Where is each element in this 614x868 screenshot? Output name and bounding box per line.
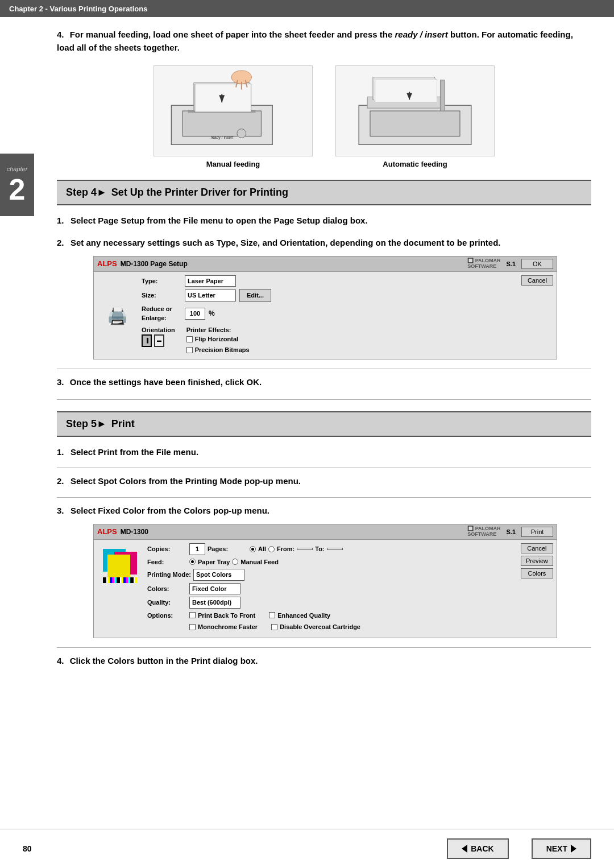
from-input[interactable]: [297, 548, 313, 550]
manual-feeding-caption: Manual feeding: [206, 160, 260, 168]
print-dialog-body: Copies: 1 Pages: All From: To:: [94, 540, 557, 638]
automatic-feeding-svg: [336, 66, 494, 156]
next-button[interactable]: NEXT: [532, 838, 591, 859]
flip-horizontal-checkbox[interactable]: [186, 336, 193, 342]
step4-label: Step 4►: [66, 187, 107, 199]
step4-item3: 3. Once the settings have been finished,…: [57, 376, 591, 389]
page-setup-dialog: ALPS MD-1300 Page Setup 🔲 PALOMARSOFTWAR…: [93, 256, 557, 359]
flip-horizontal-row: Flip Horizontal: [186, 334, 250, 344]
colors-field-label: Colors:: [147, 584, 187, 594]
svg-rect-18: [375, 80, 437, 102]
colors-select[interactable]: Fixed Color: [189, 583, 240, 595]
step5-list-item-2: Select Spot Colors from the Printing Mod…: [57, 475, 591, 488]
paper-tray-label: Paper Tray: [198, 557, 230, 567]
step5-list: Select Print from the File menu.: [57, 446, 591, 459]
step4-list: Select Page Setup from the File menu to …: [57, 214, 591, 359]
automatic-feeding-image-box: Automatic feeding: [335, 65, 495, 168]
print-dialog: ALPS MD-1300 🔲 PALOMARSOFTWARE S.1 Print: [93, 524, 557, 638]
orientation-icons: ▐ ▬: [142, 334, 175, 347]
copies-input[interactable]: 1: [189, 543, 205, 555]
print-back-checkbox[interactable]: [189, 612, 196, 618]
printer-icon: 🖨️: [107, 303, 128, 328]
dialog-version: S.1: [506, 259, 516, 269]
size-label: Size:: [142, 291, 181, 300]
manual-feeding-svg: ready / insert: [154, 66, 312, 156]
divider-4: [57, 497, 591, 498]
edit-button[interactable]: Edit...: [239, 289, 271, 302]
reduce-input[interactable]: 100: [185, 308, 205, 320]
portrait-icon[interactable]: ▐: [142, 334, 152, 347]
page-footer: 80 BACK NEXT: [0, 829, 614, 868]
type-select[interactable]: Laser Paper: [185, 275, 236, 287]
header-title: Chapter 2 - Various Printing Operations: [9, 5, 147, 13]
print-dialog-version: S.1: [506, 527, 516, 537]
print-cancel-button[interactable]: Cancel: [521, 543, 553, 553]
step4-item3-text: Once the settings have been finished, cl…: [70, 377, 262, 387]
preview-button[interactable]: Preview: [521, 556, 553, 566]
svg-rect-21: [440, 80, 445, 111]
print-dialog-name: MD-1300: [121, 527, 148, 537]
paper-tray-radio[interactable]: [189, 559, 196, 565]
from-label: From:: [277, 544, 294, 554]
main-content: 4. For manual feeding, load one sheet of…: [34, 17, 614, 700]
orientation-group: Orientation ▐ ▬: [142, 325, 175, 356]
printing-mode-row: Printing Mode: Spot Colors: [147, 569, 516, 581]
manual-feed-radio[interactable]: [232, 559, 238, 565]
instruction-number: 4.: [57, 30, 64, 39]
color-bar: [103, 577, 137, 583]
palomar-logo: 🔲 PALOMARSOFTWARE: [467, 258, 500, 270]
printer-effects-label: Printer Effects:: [186, 325, 250, 335]
step5-label: Step 5►: [66, 418, 107, 430]
divider-2: [57, 399, 591, 400]
step4-heading: Step 4► Set Up the Printer Driver for Pr…: [57, 180, 591, 205]
feed-row: Feed: Paper Tray Manual Feed: [147, 557, 516, 567]
print-alps-logo: ALPS: [97, 526, 117, 538]
step4-list-item-1: Select Page Setup from the File menu to …: [57, 214, 591, 228]
enhanced-quality-label: Enhanced Quality: [277, 611, 330, 621]
next-label: NEXT: [546, 844, 567, 853]
dialog-title-left: ALPS MD-1300 Page Setup: [97, 258, 188, 270]
monochrome-label: Monochrome Faster: [198, 622, 258, 632]
print-left-panel: [97, 543, 143, 634]
landscape-icon[interactable]: ▬: [154, 334, 164, 347]
copies-row: Copies: 1 Pages: All From: To:: [147, 543, 516, 555]
all-radio[interactable]: [250, 546, 256, 552]
precision-bitmaps-checkbox[interactable]: [186, 347, 193, 353]
colors-row: Colors: Fixed Color: [147, 583, 516, 595]
colors-button[interactable]: Colors: [521, 568, 553, 578]
print-dialog-title-left: ALPS MD-1300: [97, 526, 148, 538]
quality-label: Quality:: [147, 598, 187, 607]
disable-overcoat-checkbox[interactable]: [271, 624, 277, 630]
print-button[interactable]: Print: [521, 527, 553, 537]
step5-item4-number: 4.: [57, 656, 64, 666]
monochrome-checkbox[interactable]: [189, 624, 196, 630]
yellow-swatch: [107, 555, 130, 577]
dialog-titlebar: ALPS MD-1300 Page Setup 🔲 PALOMARSOFTWAR…: [94, 257, 557, 272]
printing-mode-select[interactable]: Spot Colors: [193, 569, 244, 581]
percent-label: %: [209, 308, 215, 319]
flip-horizontal-label: Flip Horizontal: [195, 334, 238, 344]
to-input[interactable]: [327, 548, 343, 550]
automatic-feeding-illustration: [335, 65, 495, 156]
color-swatch: [103, 549, 137, 583]
back-arrow-icon: [462, 845, 467, 853]
next-arrow-icon: [571, 845, 576, 853]
from-radio[interactable]: [268, 546, 275, 552]
size-select[interactable]: US Letter: [185, 290, 236, 301]
step5-item4-text: Click the Colors button in the Print dia…: [70, 656, 258, 666]
precision-bitmaps-row: Precision Bitmaps: [186, 345, 250, 355]
cancel-button[interactable]: Cancel: [521, 275, 553, 286]
all-label: All: [258, 544, 266, 554]
divider-5: [57, 647, 591, 648]
ok-button[interactable]: OK: [521, 259, 553, 269]
back-button[interactable]: BACK: [447, 838, 508, 859]
options-label: Options:: [147, 611, 187, 621]
type-label: Type:: [142, 276, 181, 286]
svg-point-12: [237, 129, 246, 138]
header-bar: Chapter 2 - Various Printing Operations: [0, 0, 614, 17]
quality-select[interactable]: Best (600dpi): [189, 597, 240, 609]
feed-label: Feed:: [147, 557, 187, 567]
enhanced-quality-checkbox[interactable]: [269, 612, 275, 618]
feeding-images-row: ready / insert Manual feeding: [91, 65, 557, 168]
svg-rect-1: [182, 111, 261, 136]
